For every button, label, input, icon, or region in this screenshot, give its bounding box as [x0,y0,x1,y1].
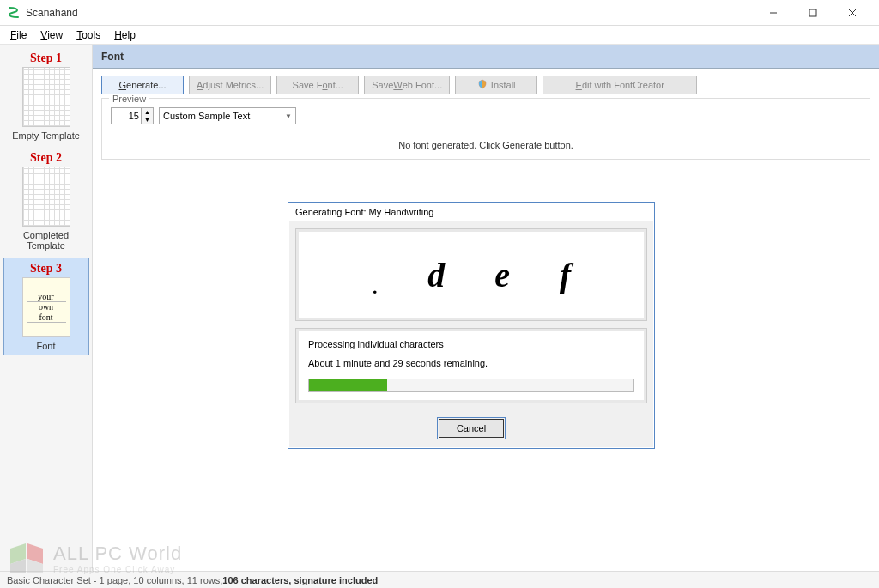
step-2-title: Step 2 [7,151,86,165]
character-preview: . d e f [295,228,647,321]
preview-group: Preview ▲ ▼ Custom Sample Text ▼ No font… [101,98,870,160]
save-font-button[interactable]: Save Font... [276,76,359,94]
sidebar: Step 1 Empty Template Step 2 Completed T… [0,45,93,571]
statusbar-prefix: Basic Character Set - 1 page, 10 columns… [7,575,222,585]
close-button[interactable] [833,0,872,26]
progress-box: Processing individual characters About 1… [295,328,647,403]
menu-file[interactable]: File [3,27,33,43]
shield-icon [477,79,488,91]
window-controls [754,0,872,26]
statusbar-bold: 106 characters, signature included [222,575,378,585]
progress-eta: About 1 minute and 29 seconds remaining. [308,358,634,368]
adjust-metrics-button[interactable]: Adjust Metrics... [189,76,271,94]
dialog-title: Generating Font: My Handwriting [288,203,654,221]
spinner-up-icon[interactable]: ▲ [141,108,153,116]
spinner-down-icon[interactable]: ▼ [141,116,153,124]
cancel-button[interactable]: Cancel [439,419,504,438]
content-header: Font [93,45,879,69]
glyph-f: f [560,255,571,295]
step-2-thumb [22,167,70,227]
step-1-thumb [22,67,70,127]
step-3-label: Font [8,341,85,351]
window-title: Scanahand [26,7,754,19]
preview-controls: ▲ ▼ Custom Sample Text ▼ [111,107,861,124]
step-2-label: Completed Template [7,230,86,251]
menu-help[interactable]: Help [107,27,142,43]
menu-tools[interactable]: Tools [70,27,107,43]
sidebar-step-3[interactable]: Step 3 your own font Font [3,258,89,355]
step-3-title: Step 3 [8,262,85,276]
minimize-button[interactable] [754,0,793,26]
install-button[interactable]: Install [455,76,537,94]
menu-view[interactable]: View [33,27,70,43]
sample-text-combo[interactable]: Custom Sample Text ▼ [159,107,296,124]
dialog-footer: Cancel [288,410,654,448]
toolbar: Generate... Adjust Metrics... Save Font.… [93,69,879,98]
preview-legend: Preview [109,94,149,104]
edit-fontcreator-button[interactable]: Edit with FontCreator [543,76,697,94]
sidebar-step-1[interactable]: Step 1 Empty Template [3,48,89,144]
progress-bar [308,379,634,392]
maximize-button[interactable] [793,0,833,26]
dialog-body: . d e f Processing individual characters… [288,221,654,410]
menu-bar: File View Tools Help [0,26,879,45]
step-1-title: Step 1 [7,52,86,65]
titlebar: Scanahand [0,0,879,26]
progress-status: Processing individual characters [308,339,634,349]
sidebar-step-2[interactable]: Step 2 Completed Template [3,148,89,254]
font-size-input[interactable] [112,111,141,121]
app-icon [7,6,21,20]
step-1-label: Empty Template [7,130,86,141]
sample-text-label: Custom Sample Text [163,111,250,121]
progress-fill [309,379,387,391]
glyph-dot: . [372,270,379,320]
generating-dialog: Generating Font: My Handwriting . d e f … [288,202,655,449]
glyph-e: e [494,255,510,295]
glyph-d: d [427,255,445,295]
generate-button[interactable]: Generate... [101,76,184,94]
save-web-font-button[interactable]: Save Web Font... [364,76,450,94]
svg-rect-1 [809,9,816,16]
preview-message: No font generated. Click Generate button… [111,140,861,150]
status-bar: Basic Character Set - 1 page, 10 columns… [0,571,879,588]
chevron-down-icon: ▼ [285,112,292,120]
font-size-spinner[interactable]: ▲ ▼ [111,107,154,124]
step-3-thumb: your own font [22,277,70,337]
